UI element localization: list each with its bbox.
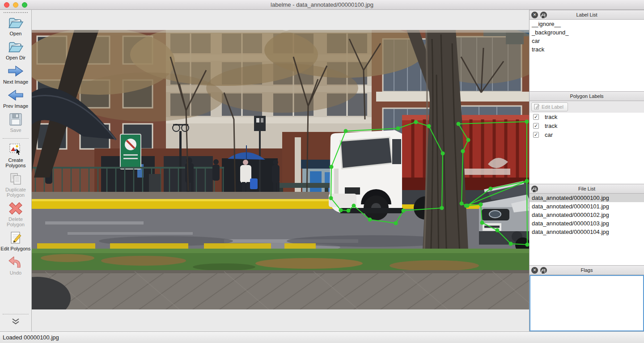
edit-polygons-button[interactable]: Edit Polygons <box>0 231 31 251</box>
open-dir-button[interactable]: Open Dir <box>0 40 31 60</box>
polygon-labels-title: Polygon Labels <box>570 93 603 99</box>
polygon-visible-checkbox[interactable]: ✓ <box>533 132 539 138</box>
arrow-right-icon <box>7 64 24 78</box>
annotation-vertex[interactable] <box>396 127 400 131</box>
double-chevron-down-icon <box>11 318 21 325</box>
zoom-window-button[interactable] <box>22 2 27 8</box>
minimize-window-button[interactable] <box>13 2 18 8</box>
edit-label-button[interactable]: Edit Label <box>531 102 568 111</box>
edit-document-pencil-icon <box>8 231 23 245</box>
next-image-button[interactable]: Next Image <box>0 64 31 85</box>
annotation-vertex[interactable] <box>460 202 464 206</box>
edit-label-pencil-icon <box>534 104 540 110</box>
save-button[interactable]: Save <box>0 112 31 133</box>
undo-button[interactable]: Undo <box>0 255 31 275</box>
annotation-vertex[interactable] <box>509 242 513 246</box>
polygon-label-row[interactable]: ✓ track <box>530 122 644 131</box>
file-list-header: File List <box>530 184 644 194</box>
annotation-vertex[interactable] <box>441 152 445 156</box>
polygon-visible-checkbox[interactable]: ✓ <box>533 114 539 120</box>
annotation-vertex[interactable] <box>329 196 333 200</box>
polygon-labels-list[interactable]: ✓ track ✓ track ✓ car <box>530 113 644 184</box>
duplicate-polygon-button[interactable]: Duplicate Polygon <box>0 172 31 198</box>
annotation-vertex[interactable] <box>352 204 356 208</box>
file-list-item[interactable]: data_annotated/00000101.jpg <box>530 202 644 211</box>
annotation-vertex[interactable] <box>402 209 406 213</box>
file-list-item[interactable]: data_annotated/00000102.jpg <box>530 211 644 219</box>
toolbar-drag-handle[interactable] <box>4 12 28 13</box>
file-list-item[interactable]: data_annotated/00000103.jpg <box>530 219 644 228</box>
annotated-photo[interactable] <box>32 30 529 309</box>
annotation-vertex[interactable] <box>347 209 351 213</box>
label-list-item[interactable]: __ignore__ <box>530 20 644 28</box>
annotation-vertex[interactable] <box>440 206 444 210</box>
delete-x-icon <box>8 201 23 216</box>
file-list-item[interactable]: data_annotated/00000100.jpg <box>530 194 644 202</box>
flags-float-button[interactable] <box>540 267 547 274</box>
annotation-vertex[interactable] <box>489 187 493 191</box>
file-list-float-button[interactable] <box>531 186 538 192</box>
status-bar: Loaded 00000100.jpg <box>0 331 644 343</box>
window-title: labelme - data_annotated/00000100.jpg <box>271 1 373 8</box>
label-list-close-button[interactable]: ✕ <box>531 12 538 18</box>
annotation-vertex[interactable] <box>330 165 334 169</box>
status-text: Loaded 00000100.jpg <box>3 334 59 341</box>
label-list-item[interactable]: car <box>530 37 644 45</box>
annotation-vertex[interactable] <box>466 204 470 208</box>
tools-toolbar: Open Open Dir Next Image <box>0 10 32 331</box>
annotation-vertex[interactable] <box>414 120 418 124</box>
close-window-button[interactable] <box>4 2 9 8</box>
polygon-label-row[interactable]: ✓ car <box>530 131 644 140</box>
annotation-vertex[interactable] <box>479 203 483 207</box>
file-list-item[interactable]: data_annotated/00000104.jpg <box>530 228 644 236</box>
annotation-polygon-track[interactable] <box>331 122 443 223</box>
open-dir-folder-icon <box>8 40 24 54</box>
annotation-vertex[interactable] <box>525 179 529 183</box>
floppy-disk-icon <box>8 112 23 127</box>
annotation-vertex[interactable] <box>344 129 348 133</box>
file-list[interactable]: data_annotated/00000100.jpg data_annotat… <box>530 194 644 265</box>
flags-title: Flags <box>581 267 593 273</box>
arrow-left-icon <box>7 88 24 102</box>
annotation-vertex[interactable] <box>457 122 461 126</box>
label-list-item[interactable]: _background_ <box>530 28 644 37</box>
flags-list[interactable] <box>530 275 644 331</box>
annotation-vertex[interactable] <box>339 208 343 212</box>
delete-polygon-button[interactable]: Delete Polygon <box>0 201 31 227</box>
flags-header: ✕ Flags <box>530 265 644 275</box>
undo-arrow-icon <box>8 255 24 269</box>
annotation-vertex[interactable] <box>394 221 398 225</box>
create-polygons-button[interactable]: Create Polygons <box>0 142 31 168</box>
annotation-vertex[interactable] <box>525 120 529 124</box>
polygon-visible-checkbox[interactable]: ✓ <box>533 123 539 129</box>
annotation-vertex[interactable] <box>480 221 484 225</box>
polygon-labels-toolbar: Edit Label <box>530 101 644 113</box>
label-list-item[interactable]: track <box>530 45 644 54</box>
duplicate-documents-icon <box>8 172 23 186</box>
title-bar: labelme - data_annotated/00000100.jpg <box>0 0 644 10</box>
annotation-polygon-track[interactable] <box>458 122 527 206</box>
image-canvas[interactable] <box>32 10 529 331</box>
annotation-vertex[interactable] <box>496 229 500 233</box>
annotation-vertex[interactable] <box>466 138 470 142</box>
label-list[interactable]: __ignore__ _background_ car track <box>530 20 644 91</box>
annotation-polygon-car[interactable] <box>467 181 527 245</box>
flags-close-button[interactable]: ✕ <box>531 267 538 274</box>
annotation-layer[interactable] <box>32 30 529 309</box>
toolbar-separator <box>3 138 29 139</box>
annotation-vertex[interactable] <box>461 149 465 153</box>
open-button[interactable]: Open <box>0 16 31 36</box>
create-polygons-icon <box>8 142 23 157</box>
polygon-label-row[interactable]: ✓ track <box>530 113 644 122</box>
annotation-vertex[interactable] <box>368 218 372 222</box>
prev-image-button[interactable]: Prev Image <box>0 88 31 109</box>
annotation-vertex[interactable] <box>525 243 530 247</box>
annotation-vertex[interactable] <box>427 124 431 128</box>
file-list-title: File List <box>578 186 595 191</box>
label-list-header: ✕ Label List <box>530 10 644 20</box>
open-folder-icon <box>8 16 24 30</box>
label-list-float-button[interactable] <box>540 12 547 18</box>
dock-panels: ✕ Label List __ignore__ _background_ car… <box>529 10 644 331</box>
toolbar-expand-button[interactable] <box>11 318 21 327</box>
toolbar-separator-bottom <box>3 314 29 314</box>
